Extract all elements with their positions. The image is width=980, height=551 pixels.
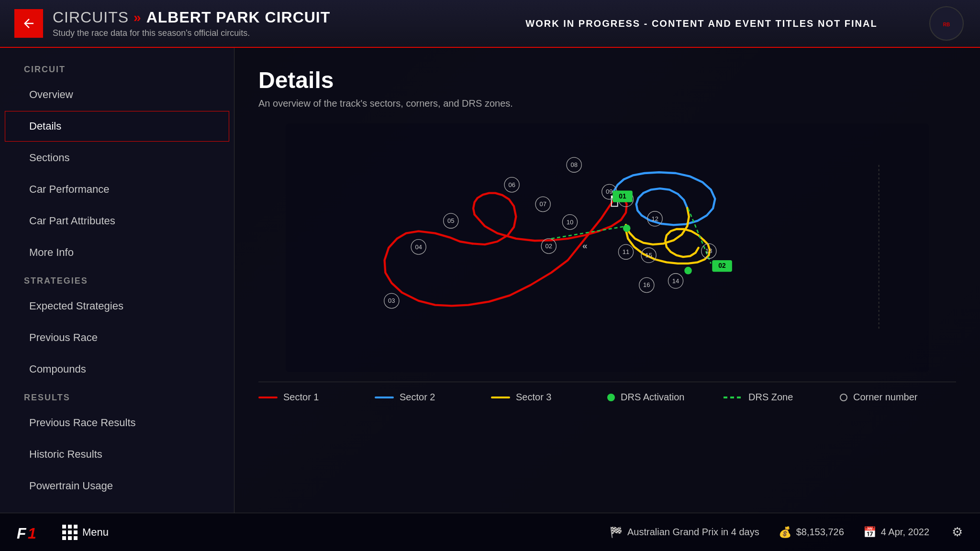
track-legend: Sector 1 Sector 2 Sector 3 DRS Activatio… [258, 382, 956, 403]
bottom-bar: F 1 Menu 🏁 Australian Grand Prix in 4 da… [0, 513, 980, 551]
sidebar-section-circuit: CIRCUIT [0, 57, 234, 78]
sidebar: CIRCUIT Overview Details Sections Car Pe… [0, 48, 234, 513]
svg-text:1: 1 [28, 525, 36, 542]
settings-button[interactable]: ⚙ [948, 524, 966, 541]
legend-drs-zone-label: DRS Zone [748, 392, 793, 403]
corner-15-label: 15 [645, 252, 652, 259]
corner-05-label: 05 [447, 217, 454, 224]
svg-text:F: F [17, 525, 27, 542]
legend-drs-activation: DRS Activation [607, 392, 724, 403]
date-text: 4 Apr, 2022 [881, 527, 929, 538]
team-logo: RB [927, 4, 966, 43]
sidebar-section-strategies: STRATEGIES [0, 269, 234, 290]
corner-14-label: 14 [672, 277, 679, 285]
legend-sector1-line [258, 397, 278, 398]
event-info-text: Australian Grand Prix in 4 days [627, 527, 759, 538]
legend-sector1-label: Sector 1 [283, 392, 319, 403]
event-info-item: 🏁 Australian Grand Prix in 4 days [610, 526, 759, 539]
sidebar-item-car-performance[interactable]: Car Performance [5, 174, 229, 205]
sector1-marker-label: 01 [619, 192, 626, 200]
sidebar-item-sections[interactable]: Sections [5, 143, 229, 173]
track-map-svg: « 01 02 03 04 05 06 [258, 123, 956, 372]
sidebar-item-previous-race-results[interactable]: Previous Race Results [5, 408, 229, 438]
budget-text: $8,153,726 [796, 527, 844, 538]
legend-sector3-label: Sector 3 [516, 392, 551, 403]
sidebar-item-expected-strategies[interactable]: Expected Strategies [5, 291, 229, 321]
legend-sector2: Sector 2 [375, 392, 491, 403]
sidebar-item-historic-results[interactable]: Historic Results [5, 439, 229, 470]
legend-sector1: Sector 1 [258, 392, 375, 403]
legend-sector3: Sector 3 [491, 392, 607, 403]
sidebar-item-details[interactable]: Details [5, 111, 229, 142]
budget-item: 💰 $8,153,726 [779, 526, 844, 539]
drs-activation-dot-2 [684, 267, 692, 275]
corner-09-label: 09 [606, 188, 612, 195]
sidebar-item-overview[interactable]: Overview [5, 79, 229, 110]
sidebar-item-powertrain-usage[interactable]: Powertrain Usage [5, 471, 229, 501]
back-button[interactable] [14, 9, 43, 38]
f1-logo: F 1 [14, 520, 48, 544]
legend-sector2-line [375, 397, 394, 398]
corner-11-label: 11 [623, 248, 629, 255]
sidebar-item-car-part-attributes[interactable]: Car Part Attributes [5, 206, 229, 236]
corner-03-label: 03 [388, 297, 395, 304]
corner-13-label: 13 [705, 247, 712, 254]
legend-sector2-label: Sector 2 [400, 392, 435, 403]
legend-sector3-line [491, 397, 510, 398]
pit-arrow: « [582, 241, 588, 251]
corner-10-label: 10 [567, 219, 573, 226]
svg-rect-2 [286, 123, 928, 372]
legend-drs-dot [607, 394, 615, 401]
corner-12-label: 12 [651, 215, 658, 222]
svg-text:RB: RB [943, 22, 950, 27]
bottom-info: 🏁 Australian Grand Prix in 4 days 💰 $8,1… [610, 524, 966, 541]
date-item: 📅 4 Apr, 2022 [863, 526, 929, 539]
sidebar-item-compounds[interactable]: Compounds [5, 354, 229, 385]
corner-16-label: 16 [643, 281, 650, 288]
corner-06-label: 06 [508, 181, 515, 188]
details-subtitle: An overview of the track's sectors, corn… [258, 98, 956, 109]
menu-label: Menu [82, 526, 109, 539]
breadcrumb: Circuits » Albert Park Circuit [53, 9, 485, 26]
details-title: Details [258, 67, 956, 93]
track-map-container: « 01 02 03 04 05 06 [258, 123, 956, 372]
sidebar-item-more-info[interactable]: More Info [5, 237, 229, 268]
sector3-marker-label: 02 [718, 262, 726, 269]
legend-drs-dashed [724, 397, 743, 398]
coins-icon: 💰 [779, 526, 791, 539]
header-subtitle: Study the race data for this season's of… [53, 28, 485, 38]
menu-button[interactable]: Menu [62, 525, 109, 540]
header-title-area: Circuits » Albert Park Circuit Study the… [53, 9, 485, 38]
legend-drs-activation-label: DRS Activation [621, 392, 684, 403]
sidebar-section-results: RESULTS [0, 386, 234, 407]
wip-notice: WORK IN PROGRESS - CONTENT AND EVENT TIT… [485, 18, 918, 29]
legend-corner-circle [840, 394, 847, 401]
sidebar-item-previous-race[interactable]: Previous Race [5, 322, 229, 353]
drs-activation-dot-1 [623, 224, 631, 232]
corner-04-label: 04 [415, 243, 422, 251]
corner-02-label: 02 [546, 242, 552, 250]
breadcrumb-separator: » [134, 10, 142, 25]
flag-icon: 🏁 [610, 526, 623, 539]
menu-grid-icon [62, 525, 78, 540]
legend-drs-zone: DRS Zone [724, 392, 840, 403]
corner-07-label: 07 [539, 200, 546, 208]
main-content: CIRCUIT Overview Details Sections Car Pe… [0, 48, 980, 513]
details-panel: Details An overview of the track's secto… [234, 48, 980, 513]
breadcrumb-parent: Circuits [53, 9, 129, 26]
breadcrumb-current: Albert Park Circuit [146, 9, 331, 26]
legend-corner-number: Corner number [840, 392, 956, 403]
corner-08-label: 08 [570, 161, 577, 168]
header: Circuits » Albert Park Circuit Study the… [0, 0, 980, 48]
calendar-icon: 📅 [863, 526, 876, 539]
legend-corner-number-label: Corner number [853, 392, 918, 403]
